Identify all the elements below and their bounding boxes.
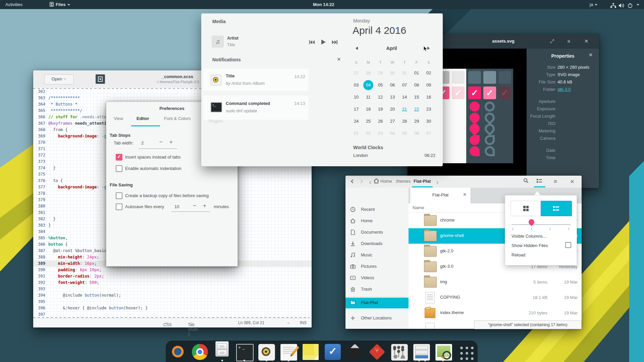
grid-view-button[interactable] (511, 201, 541, 216)
calendar-day[interactable]: 12 (374, 91, 386, 103)
search-icon[interactable] (522, 178, 530, 186)
volume-icon[interactable] (619, 2, 625, 11)
close-icon[interactable]: ✕ (568, 178, 576, 186)
notification-terminal[interactable]: >_ Command completed sudo dnf update 14:… (203, 96, 309, 120)
code-line[interactable]: 392 font-weight: 500; (33, 280, 312, 286)
calendar-day[interactable]: 29 (411, 115, 423, 127)
calendar-day[interactable]: 05 (374, 79, 386, 91)
tab-width-plus[interactable]: + (169, 139, 173, 145)
calendar-day[interactable]: 26 (374, 115, 386, 127)
close-icon[interactable]: ✕ (583, 38, 590, 45)
autosave-minus[interactable]: − (193, 202, 196, 209)
calendar-day[interactable]: 07 (423, 127, 435, 139)
menu-icon[interactable]: ≡ (565, 38, 573, 45)
calendar-day[interactable]: 23 (423, 103, 435, 115)
tab-flat-plat[interactable]: Flat-Plat ✕ (410, 188, 471, 203)
tab-width-minus[interactable]: − (159, 139, 163, 145)
back-icon[interactable] (348, 178, 356, 186)
calendar-day[interactable]: 08 (411, 79, 423, 91)
git-icon[interactable] (369, 344, 385, 360)
calendar-day[interactable]: 16 (423, 91, 435, 103)
calendar-day[interactable]: 03 (374, 127, 386, 139)
code-line[interactable]: 396 &:hover { @include button(hover); } (33, 305, 312, 311)
menu-item-visible-columns[interactable]: Visible Columns… (512, 234, 547, 239)
calendar-day[interactable]: 06 (386, 79, 398, 91)
autosave-plus[interactable]: + (203, 202, 206, 209)
calendar-day[interactable]: 22 (411, 103, 423, 115)
sidebar-item-flat-plat[interactable]: Flat-Plat (345, 298, 409, 308)
calendar-day[interactable]: 24 (350, 115, 362, 127)
previous-track-icon[interactable] (309, 40, 315, 45)
calendar-day[interactable]: 19 (374, 103, 386, 115)
calendar-day[interactable]: 03 (350, 79, 362, 91)
sidebar-item-videos[interactable]: Videos (345, 273, 409, 284)
app-menu[interactable]: Files (50, 0, 70, 9)
tasks-icon[interactable]: ✓ (325, 344, 341, 360)
play-icon[interactable] (321, 40, 326, 46)
file-row-index-theme[interactable]: index.theme210 bytes19 Mar (409, 305, 582, 321)
list-view-button[interactable] (541, 201, 572, 216)
calendar-day[interactable]: 18 (362, 103, 374, 115)
calendar-day[interactable]: 11 (362, 91, 374, 103)
auto-indent-checkbox[interactable] (116, 165, 122, 172)
calendar-day[interactable]: 30 (423, 115, 435, 127)
calendar-day[interactable]: 27 (386, 115, 398, 127)
tab-view[interactable]: View (114, 116, 123, 121)
show-applications-icon[interactable] (458, 344, 474, 360)
calendar-day[interactable]: 01 (350, 127, 362, 139)
calendar-day[interactable]: 30 (386, 67, 398, 79)
code-line[interactable]: 394 @include button(normal); (33, 292, 312, 299)
power-icon[interactable] (628, 2, 633, 11)
calendar-day[interactable]: 09 (423, 79, 435, 91)
rhythmbox-icon[interactable] (258, 344, 275, 361)
sidebar-item-documents[interactable]: Documents (345, 227, 409, 238)
home-icon[interactable] (372, 178, 380, 186)
calendar-day[interactable]: 10 (350, 91, 362, 103)
calendar-day[interactable]: 21 (398, 103, 411, 115)
calendar-day[interactable]: 06 (411, 127, 423, 139)
calendar-day[interactable]: 04 (362, 79, 374, 91)
system-menu-caret[interactable] (635, 0, 639, 9)
clear-notifications-icon[interactable]: ✕ (337, 56, 341, 62)
sidebar-item-pictures[interactable]: Pictures (345, 261, 409, 272)
sidebar-item-downloads[interactable]: Downloads (345, 239, 409, 249)
keyboard-layout-indicator[interactable]: ja (590, 0, 597, 9)
sidebar-item-home[interactable]: Home (345, 216, 409, 227)
calendar-day[interactable]: 29 (374, 67, 386, 79)
tab-font-colors[interactable]: Font & Colors (164, 116, 191, 121)
calendar-day[interactable]: 14 (398, 91, 411, 103)
insert-spaces-checkbox[interactable] (116, 154, 122, 161)
sticky-notes-icon[interactable] (303, 344, 319, 360)
forward-icon[interactable] (358, 178, 366, 186)
new-document-button[interactable] (96, 74, 105, 84)
tab-width-value[interactable]: 2 (141, 140, 144, 145)
calendar-day[interactable]: 25 (362, 115, 374, 127)
tab-editor[interactable]: Editor (137, 116, 149, 121)
firefox-icon[interactable] (170, 344, 186, 360)
calendar-day[interactable]: 01 (411, 67, 423, 79)
breadcrumb-home[interactable]: Home (380, 179, 392, 184)
backup-checkbox[interactable] (116, 192, 122, 199)
chrome-icon[interactable] (192, 344, 208, 360)
file-row-copying[interactable]: COPYING18.1 kB19 Mar (409, 290, 582, 305)
calendar-day[interactable]: 13 (386, 91, 398, 103)
sidebar-item-trash[interactable]: Trash (345, 284, 409, 295)
code-line[interactable]: 395 (33, 299, 312, 305)
network-icon[interactable] (610, 2, 616, 11)
world-clocks-heading[interactable]: World Clocks (353, 145, 383, 150)
code-line[interactable]: 391 border-radius: 2px; (33, 273, 312, 280)
fullscreen-icon[interactable]: ⤢ (548, 38, 556, 45)
sidebar-item-music[interactable]: Music (345, 250, 409, 261)
view-options-icon[interactable] (535, 178, 543, 186)
calendar-day[interactable]: 27 (350, 67, 362, 79)
calendar-day[interactable]: 15 (411, 91, 423, 103)
properties-close-icon[interactable]: ✕ (587, 51, 594, 59)
folder-link[interactable]: gtk-3.0 (557, 87, 571, 92)
code-line[interactable]: 393 (33, 286, 312, 292)
calendar-day[interactable]: 02 (362, 127, 374, 139)
calendar-day[interactable]: 02 (423, 67, 435, 79)
show-hidden-checkbox[interactable] (565, 242, 571, 248)
calendar-day[interactable]: 17 (350, 103, 362, 115)
code-line[interactable]: 390 padding: 6px 10px; (33, 267, 312, 273)
autosave-checkbox[interactable] (116, 203, 122, 210)
